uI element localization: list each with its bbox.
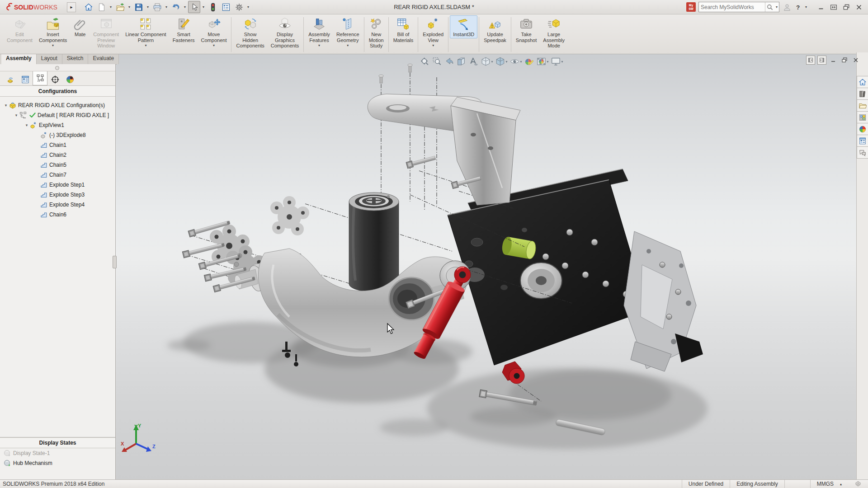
dimxpertmanager-tab[interactable] [47, 73, 62, 85]
tree-item-chain1[interactable]: Chain1 [0, 140, 115, 150]
display-state-display-state-1[interactable]: Display State-1 [0, 448, 115, 458]
tree-item-3dexplode8[interactable]: (-) 3DExplode8 [0, 130, 115, 140]
tree-expander[interactable]: ▾ [24, 123, 29, 127]
save-button[interactable] [132, 1, 145, 13]
tree-item-explode-step1[interactable]: Explode Step1 [0, 180, 115, 190]
user-button[interactable] [782, 2, 792, 13]
file-explorer-tab[interactable] [857, 99, 868, 112]
help-dropdown[interactable]: ▾ [804, 5, 808, 9]
new-document-button[interactable] [95, 1, 108, 13]
rebuild-button[interactable] [207, 1, 219, 13]
save-dropdown[interactable]: ▾ [146, 5, 150, 9]
options-list-button[interactable] [220, 1, 232, 13]
take-snapshot-button[interactable]: TakeSnapshot [513, 15, 540, 44]
zoom-to-area-button[interactable] [432, 56, 442, 66]
logo-flyout-button[interactable]: ▸ [67, 2, 76, 12]
zoom-to-fit-button[interactable] [420, 56, 429, 66]
custom-properties-tab[interactable] [857, 135, 868, 147]
exploded-view-button[interactable]: ExplodedView▾ [420, 15, 447, 48]
exploded-view-button-dropdown[interactable]: ▾ [432, 44, 434, 47]
move-component-button[interactable]: MoveComponent▾ [198, 15, 230, 48]
tree-item-chain2[interactable]: Chain2 [0, 150, 115, 160]
model-part-aluminum-bracket[interactable] [624, 231, 703, 371]
configurationmanager-tab[interactable] [33, 71, 47, 85]
hide-show-items-button[interactable]: ▾ [509, 56, 522, 66]
search-input[interactable] [699, 3, 765, 11]
doc-close-button[interactable] [851, 56, 860, 65]
undo-button[interactable] [170, 1, 182, 13]
reference-geometry-button[interactable]: ReferenceGeometry▾ [333, 15, 363, 48]
hide-show-items-button-dropdown[interactable]: ▾ [520, 60, 522, 64]
select-cursor-button[interactable] [188, 1, 200, 13]
view-settings-button-dropdown[interactable]: ▾ [561, 60, 563, 64]
panel-splitter[interactable] [0, 64, 115, 71]
search-dropdown[interactable]: ▾ [774, 5, 779, 9]
previous-view-button[interactable] [444, 56, 454, 66]
open-button[interactable] [114, 1, 126, 13]
propertymanager-tab[interactable] [18, 73, 33, 85]
expand-pane-right-button[interactable] [817, 56, 826, 65]
tree-item-rear-rigid-axle-configuration-s[interactable]: ▾REAR RIGID AXLE Configuration(s) [0, 100, 115, 110]
view-settings-button[interactable]: ▾ [551, 56, 563, 66]
tree-item-chain5[interactable]: Chain5 [0, 160, 115, 170]
display-style-button-dropdown[interactable]: ▾ [505, 60, 507, 64]
tree-item-explode-step4[interactable]: Explode Step4 [0, 200, 115, 210]
view-palette-tab[interactable] [857, 111, 868, 123]
graphics-area[interactable]: ▾▾▾▾▾ X Y Z [115, 52, 857, 480]
print-button[interactable] [151, 1, 163, 13]
print-dropdown[interactable]: ▾ [164, 5, 169, 9]
search-button[interactable] [765, 2, 774, 12]
dynamic-annotation-views-button[interactable] [468, 56, 478, 66]
linear-component-pattern-button[interactable]: Linear ComponentPattern▾ [122, 15, 170, 48]
doc-restore-button[interactable] [840, 56, 849, 65]
design-library-tab[interactable] [857, 88, 868, 100]
apply-scene-button-dropdown[interactable]: ▾ [547, 60, 549, 64]
section-view-button[interactable] [456, 56, 466, 66]
settings-gear-dropdown[interactable]: ▾ [246, 5, 250, 9]
assembly-features-button-dropdown[interactable]: ▾ [318, 44, 320, 47]
solidworks-resources-tab[interactable] [857, 76, 868, 88]
undo-dropdown[interactable]: ▾ [183, 5, 187, 9]
model-part-upper-bracket[interactable] [368, 64, 520, 206]
tree-item-chain7[interactable]: Chain7 [0, 170, 115, 180]
view-orientation-button[interactable]: ▾ [481, 56, 493, 66]
tree-item-explview1[interactable]: ▾ExplView1 [0, 120, 115, 130]
tree-expander[interactable]: ▾ [3, 103, 9, 108]
tree-item-chain6[interactable]: Chain6 [0, 210, 115, 220]
large-assembly-mode-button[interactable]: LargeAssemblyMode [540, 15, 568, 50]
status-units-dropdown[interactable]: MMGS▴ [810, 480, 848, 488]
display-style-button[interactable]: ▾ [495, 56, 507, 66]
reference-geometry-button-dropdown[interactable]: ▾ [347, 44, 349, 47]
doc-minimize-button[interactable] [829, 56, 838, 65]
collapse-pane-left-button[interactable] [806, 56, 815, 65]
help-button[interactable]: ? [793, 2, 803, 13]
smart-fasteners-button[interactable]: SmartFasteners [170, 15, 198, 44]
show-hidden-components-button[interactable]: ShowHiddenComponents [233, 15, 267, 50]
display-state-hub-mechanism[interactable]: Hub Mechanism [0, 458, 115, 468]
appearances-scenes-tab[interactable] [857, 123, 868, 135]
restore-button[interactable] [841, 2, 852, 13]
panel-resize-grip[interactable] [113, 256, 117, 268]
close-button[interactable] [854, 2, 864, 13]
select-cursor-dropdown[interactable]: ▾ [201, 5, 206, 9]
update-speedpak-button[interactable]: UpdateSpeedpak [481, 15, 509, 44]
featuremanager-tab[interactable] [3, 73, 18, 85]
move-component-button-dropdown[interactable]: ▾ [213, 44, 215, 47]
display-graphics-components-button[interactable]: DisplayGraphicsComponents [268, 15, 302, 50]
bill-of-materials-button[interactable]: Bill ofMaterials [390, 15, 417, 44]
settings-gear-button[interactable] [233, 1, 245, 13]
new-document-dropdown[interactable]: ▾ [108, 5, 113, 9]
tree-item-explode-step3[interactable]: Explode Step3 [0, 190, 115, 200]
model-part-spring-cylinder[interactable] [349, 192, 399, 292]
edit-appearance-button[interactable] [524, 56, 534, 66]
forum-tab[interactable] [857, 146, 868, 159]
home-button[interactable] [82, 1, 94, 13]
tree-item-default-rear-rigid-axle[interactable]: ▾Default [ REAR RIGID AXLE ] [0, 110, 115, 120]
view-orientation-button-dropdown[interactable]: ▾ [491, 60, 493, 64]
minimize-button[interactable] [816, 2, 826, 13]
open-dropdown[interactable]: ▾ [127, 5, 132, 9]
linear-component-pattern-button-dropdown[interactable]: ▾ [145, 44, 146, 47]
insert-components-button[interactable]: InsertComponents▾ [36, 15, 70, 48]
resize-button[interactable] [828, 2, 839, 13]
instant3d-button[interactable]: Instant3D [450, 15, 477, 38]
